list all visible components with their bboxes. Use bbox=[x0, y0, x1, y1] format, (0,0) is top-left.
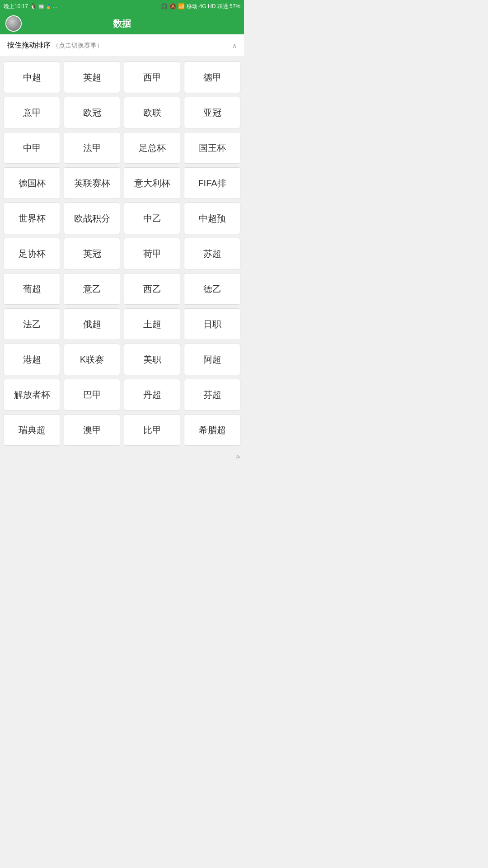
league-item-4[interactable]: 意甲 bbox=[4, 97, 60, 128]
league-item-36[interactable]: 解放者杯 bbox=[4, 379, 60, 410]
league-item-28[interactable]: 法乙 bbox=[4, 308, 60, 340]
league-item-8[interactable]: 中甲 bbox=[4, 132, 60, 164]
league-item-2[interactable]: 西甲 bbox=[124, 61, 180, 93]
league-item-25[interactable]: 意乙 bbox=[64, 273, 120, 305]
league-item-38[interactable]: 丹超 bbox=[124, 379, 180, 410]
status-right: 🎧 🔕 📶 移动 4G HD 联通 57% bbox=[161, 3, 240, 10]
sort-bar-main-text: 按住拖动排序 bbox=[7, 41, 51, 49]
status-time: 晚上10:17 bbox=[4, 3, 28, 10]
league-item-22[interactable]: 荷甲 bbox=[124, 238, 180, 269]
league-item-43[interactable]: 希腊超 bbox=[184, 414, 240, 446]
league-item-33[interactable]: K联赛 bbox=[64, 344, 120, 375]
league-item-0[interactable]: 中超 bbox=[4, 61, 60, 93]
league-item-29[interactable]: 俄超 bbox=[64, 308, 120, 340]
league-item-31[interactable]: 日职 bbox=[184, 308, 240, 340]
headphone-icon: 🎧 bbox=[161, 3, 168, 9]
ellipsis-icon: ... bbox=[53, 3, 57, 9]
sort-bar-label: 按住拖动排序 （点击切换赛事） bbox=[7, 41, 103, 50]
league-item-19[interactable]: 中超预 bbox=[184, 203, 240, 234]
league-item-26[interactable]: 西乙 bbox=[124, 273, 180, 305]
signal-icons: 移动 4G HD 联通 57% bbox=[187, 3, 240, 10]
league-item-42[interactable]: 比甲 bbox=[124, 414, 180, 446]
status-left: 晚上10:17 🐧 📰 🏅 ... bbox=[4, 3, 57, 10]
league-item-34[interactable]: 美职 bbox=[124, 344, 180, 375]
league-item-27[interactable]: 德乙 bbox=[184, 273, 240, 305]
league-item-10[interactable]: 足总杯 bbox=[124, 132, 180, 164]
league-item-9[interactable]: 法甲 bbox=[64, 132, 120, 164]
watermark-text: Ai bbox=[236, 454, 240, 459]
league-item-37[interactable]: 巴甲 bbox=[64, 379, 120, 410]
league-item-23[interactable]: 苏超 bbox=[184, 238, 240, 269]
league-item-40[interactable]: 瑞典超 bbox=[4, 414, 60, 446]
league-item-6[interactable]: 欧联 bbox=[124, 97, 180, 128]
app-icon-2: 🏅 bbox=[46, 4, 51, 9]
wifi-icon: 📶 bbox=[178, 3, 185, 9]
league-item-15[interactable]: FIFA排 bbox=[184, 167, 240, 199]
league-item-14[interactable]: 意大利杯 bbox=[124, 167, 180, 199]
notification-icon: 🐧 bbox=[30, 3, 37, 9]
league-item-1[interactable]: 英超 bbox=[64, 61, 120, 93]
page-title: 数据 bbox=[113, 18, 131, 30]
league-item-5[interactable]: 欧冠 bbox=[64, 97, 120, 128]
league-item-35[interactable]: 阿超 bbox=[184, 344, 240, 375]
league-item-18[interactable]: 中乙 bbox=[124, 203, 180, 234]
league-item-12[interactable]: 德国杯 bbox=[4, 167, 60, 199]
league-item-24[interactable]: 葡超 bbox=[4, 273, 60, 305]
league-item-13[interactable]: 英联赛杯 bbox=[64, 167, 120, 199]
league-grid: 中超英超西甲德甲意甲欧冠欧联亚冠中甲法甲足总杯国王杯德国杯英联赛杯意大利杯FIF… bbox=[0, 57, 244, 450]
bottom-area: Ai bbox=[0, 450, 244, 463]
avatar[interactable] bbox=[5, 15, 22, 32]
league-item-3[interactable]: 德甲 bbox=[184, 61, 240, 93]
app-header: 数据 bbox=[0, 13, 244, 34]
league-item-16[interactable]: 世界杯 bbox=[4, 203, 60, 234]
league-item-17[interactable]: 欧战积分 bbox=[64, 203, 120, 234]
chevron-up-icon: ∧ bbox=[232, 42, 237, 49]
sort-bar[interactable]: 按住拖动排序 （点击切换赛事） ∧ bbox=[0, 34, 244, 57]
league-item-20[interactable]: 足协杯 bbox=[4, 238, 60, 269]
league-item-30[interactable]: 土超 bbox=[124, 308, 180, 340]
league-item-21[interactable]: 英冠 bbox=[64, 238, 120, 269]
league-item-7[interactable]: 亚冠 bbox=[184, 97, 240, 128]
league-item-39[interactable]: 芬超 bbox=[184, 379, 240, 410]
league-item-32[interactable]: 港超 bbox=[4, 344, 60, 375]
sort-bar-hint-text: （点击切换赛事） bbox=[52, 42, 103, 49]
league-item-41[interactable]: 澳甲 bbox=[64, 414, 120, 446]
avatar-image bbox=[6, 16, 21, 31]
app-icon-1: 📰 bbox=[38, 4, 44, 9]
status-bar: 晚上10:17 🐧 📰 🏅 ... 🎧 🔕 📶 移动 4G HD 联通 57% bbox=[0, 0, 244, 13]
league-item-11[interactable]: 国王杯 bbox=[184, 132, 240, 164]
alarm-icon: 🔕 bbox=[169, 3, 176, 9]
